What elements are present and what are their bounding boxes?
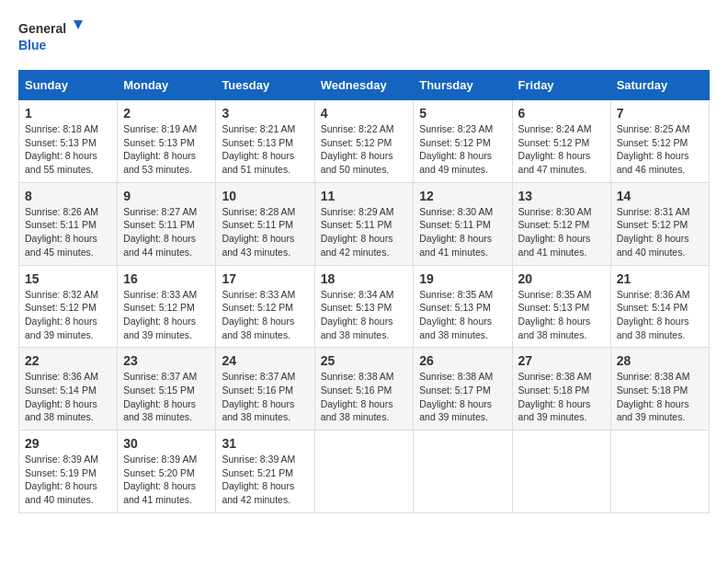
day-number: 1 [25, 106, 111, 121]
calendar-cell: 24Sunrise: 8:37 AM Sunset: 5:16 PM Dayli… [216, 348, 314, 431]
day-info: Sunrise: 8:30 AM Sunset: 5:11 PM Dayligh… [419, 205, 506, 259]
day-number: 29 [25, 436, 111, 451]
day-number: 11 [321, 189, 408, 203]
day-number: 6 [518, 106, 605, 121]
day-number: 8 [25, 189, 111, 203]
day-info: Sunrise: 8:37 AM Sunset: 5:15 PM Dayligh… [123, 370, 210, 424]
calendar-cell: 14Sunrise: 8:31 AM Sunset: 5:12 PM Dayli… [610, 182, 709, 265]
day-number: 28 [617, 353, 703, 368]
calendar-cell: 16Sunrise: 8:33 AM Sunset: 5:12 PM Dayli… [118, 265, 216, 348]
day-number: 4 [321, 106, 408, 121]
day-info: Sunrise: 8:23 AM Sunset: 5:12 PM Dayligh… [419, 122, 506, 177]
weekday-header-tuesday: Tuesday [216, 71, 314, 100]
calendar-cell: 22Sunrise: 8:36 AM Sunset: 5:14 PM Dayli… [19, 348, 118, 431]
calendar-cell: 11Sunrise: 8:29 AM Sunset: 5:11 PM Dayli… [314, 182, 414, 265]
day-info: Sunrise: 8:36 AM Sunset: 5:14 PM Dayligh… [25, 370, 111, 424]
day-info: Sunrise: 8:33 AM Sunset: 5:12 PM Dayligh… [123, 288, 210, 342]
day-number: 30 [123, 436, 210, 451]
day-info: Sunrise: 8:39 AM Sunset: 5:20 PM Dayligh… [123, 453, 210, 507]
weekday-header-thursday: Thursday [414, 71, 512, 100]
day-number: 25 [321, 353, 408, 368]
day-number: 3 [222, 106, 308, 121]
calendar-cell: 27Sunrise: 8:38 AM Sunset: 5:18 PM Dayli… [512, 348, 610, 431]
day-number: 31 [222, 436, 308, 451]
week-row-1: 1Sunrise: 8:18 AM Sunset: 5:13 PM Daylig… [19, 100, 710, 183]
day-number: 14 [617, 189, 703, 203]
day-number: 27 [518, 353, 605, 368]
calendar-cell: 8Sunrise: 8:26 AM Sunset: 5:11 PM Daylig… [19, 182, 118, 265]
day-number: 26 [419, 353, 506, 368]
calendar-cell [610, 431, 709, 513]
logo-svg: GeneralBlue [18, 18, 83, 55]
week-row-5: 29Sunrise: 8:39 AM Sunset: 5:19 PM Dayli… [19, 431, 710, 513]
svg-text:Blue: Blue [18, 38, 47, 52]
calendar-cell: 5Sunrise: 8:23 AM Sunset: 5:12 PM Daylig… [414, 100, 512, 183]
header: GeneralBlue [18, 18, 710, 55]
week-row-3: 15Sunrise: 8:32 AM Sunset: 5:12 PM Dayli… [19, 265, 710, 348]
weekday-header-monday: Monday [118, 71, 216, 100]
calendar-cell: 18Sunrise: 8:34 AM Sunset: 5:13 PM Dayli… [314, 265, 414, 348]
calendar-cell: 28Sunrise: 8:38 AM Sunset: 5:18 PM Dayli… [610, 348, 709, 431]
calendar-cell: 3Sunrise: 8:21 AM Sunset: 5:13 PM Daylig… [216, 100, 314, 183]
day-info: Sunrise: 8:18 AM Sunset: 5:13 PM Dayligh… [25, 122, 111, 177]
day-info: Sunrise: 8:39 AM Sunset: 5:19 PM Dayligh… [25, 453, 111, 507]
day-info: Sunrise: 8:28 AM Sunset: 5:11 PM Dayligh… [222, 205, 308, 259]
day-info: Sunrise: 8:31 AM Sunset: 5:12 PM Dayligh… [617, 205, 703, 259]
day-number: 20 [518, 271, 605, 286]
day-info: Sunrise: 8:29 AM Sunset: 5:11 PM Dayligh… [321, 205, 408, 259]
day-number: 9 [123, 189, 210, 203]
weekday-header-friday: Friday [512, 71, 610, 100]
day-info: Sunrise: 8:30 AM Sunset: 5:12 PM Dayligh… [518, 205, 605, 259]
calendar-cell: 2Sunrise: 8:19 AM Sunset: 5:13 PM Daylig… [118, 100, 216, 183]
day-info: Sunrise: 8:38 AM Sunset: 5:18 PM Dayligh… [518, 370, 605, 424]
calendar-cell: 4Sunrise: 8:22 AM Sunset: 5:12 PM Daylig… [314, 100, 414, 183]
calendar-cell [512, 431, 610, 513]
day-number: 2 [123, 106, 210, 121]
day-number: 12 [419, 189, 506, 203]
weekday-header-sunday: Sunday [19, 71, 118, 100]
calendar-cell: 13Sunrise: 8:30 AM Sunset: 5:12 PM Dayli… [512, 182, 610, 265]
calendar-cell: 21Sunrise: 8:36 AM Sunset: 5:14 PM Dayli… [610, 265, 709, 348]
calendar-cell: 19Sunrise: 8:35 AM Sunset: 5:13 PM Dayli… [414, 265, 512, 348]
logo: GeneralBlue [18, 18, 83, 55]
day-info: Sunrise: 8:38 AM Sunset: 5:16 PM Dayligh… [321, 370, 408, 424]
calendar-cell: 12Sunrise: 8:30 AM Sunset: 5:11 PM Dayli… [414, 182, 512, 265]
day-info: Sunrise: 8:19 AM Sunset: 5:13 PM Dayligh… [123, 122, 210, 177]
day-number: 15 [25, 271, 111, 286]
day-number: 13 [518, 189, 605, 203]
day-number: 7 [617, 106, 703, 121]
day-info: Sunrise: 8:32 AM Sunset: 5:12 PM Dayligh… [25, 288, 111, 342]
day-info: Sunrise: 8:38 AM Sunset: 5:18 PM Dayligh… [617, 370, 703, 424]
day-info: Sunrise: 8:24 AM Sunset: 5:12 PM Dayligh… [518, 122, 605, 177]
calendar-cell: 15Sunrise: 8:32 AM Sunset: 5:12 PM Dayli… [19, 265, 118, 348]
day-info: Sunrise: 8:22 AM Sunset: 5:12 PM Dayligh… [321, 122, 408, 177]
calendar-cell: 26Sunrise: 8:38 AM Sunset: 5:17 PM Dayli… [414, 348, 512, 431]
day-number: 17 [222, 271, 308, 286]
calendar-table: SundayMondayTuesdayWednesdayThursdayFrid… [18, 70, 710, 513]
weekday-header-saturday: Saturday [610, 71, 709, 100]
day-info: Sunrise: 8:25 AM Sunset: 5:12 PM Dayligh… [617, 122, 703, 177]
svg-text:General: General [18, 21, 66, 36]
day-info: Sunrise: 8:36 AM Sunset: 5:14 PM Dayligh… [617, 288, 703, 342]
week-row-4: 22Sunrise: 8:36 AM Sunset: 5:14 PM Dayli… [19, 348, 710, 431]
day-number: 10 [222, 189, 308, 203]
day-info: Sunrise: 8:35 AM Sunset: 5:13 PM Dayligh… [419, 288, 506, 342]
day-info: Sunrise: 8:21 AM Sunset: 5:13 PM Dayligh… [222, 122, 308, 177]
week-row-2: 8Sunrise: 8:26 AM Sunset: 5:11 PM Daylig… [19, 182, 710, 265]
calendar-cell: 23Sunrise: 8:37 AM Sunset: 5:15 PM Dayli… [118, 348, 216, 431]
calendar-cell: 31Sunrise: 8:39 AM Sunset: 5:21 PM Dayli… [216, 431, 314, 513]
day-info: Sunrise: 8:34 AM Sunset: 5:13 PM Dayligh… [321, 288, 408, 342]
calendar-cell: 1Sunrise: 8:18 AM Sunset: 5:13 PM Daylig… [19, 100, 118, 183]
day-number: 18 [321, 271, 408, 286]
day-info: Sunrise: 8:35 AM Sunset: 5:13 PM Dayligh… [518, 288, 605, 342]
calendar-cell: 20Sunrise: 8:35 AM Sunset: 5:13 PM Dayli… [512, 265, 610, 348]
day-number: 24 [222, 353, 308, 368]
day-info: Sunrise: 8:38 AM Sunset: 5:17 PM Dayligh… [419, 370, 506, 424]
calendar-cell: 17Sunrise: 8:33 AM Sunset: 5:12 PM Dayli… [216, 265, 314, 348]
calendar-cell: 25Sunrise: 8:38 AM Sunset: 5:16 PM Dayli… [314, 348, 414, 431]
svg-marker-1 [74, 20, 83, 29]
weekday-header-row: SundayMondayTuesdayWednesdayThursdayFrid… [19, 71, 710, 100]
day-number: 19 [419, 271, 506, 286]
weekday-header-wednesday: Wednesday [314, 71, 414, 100]
day-number: 23 [123, 353, 210, 368]
